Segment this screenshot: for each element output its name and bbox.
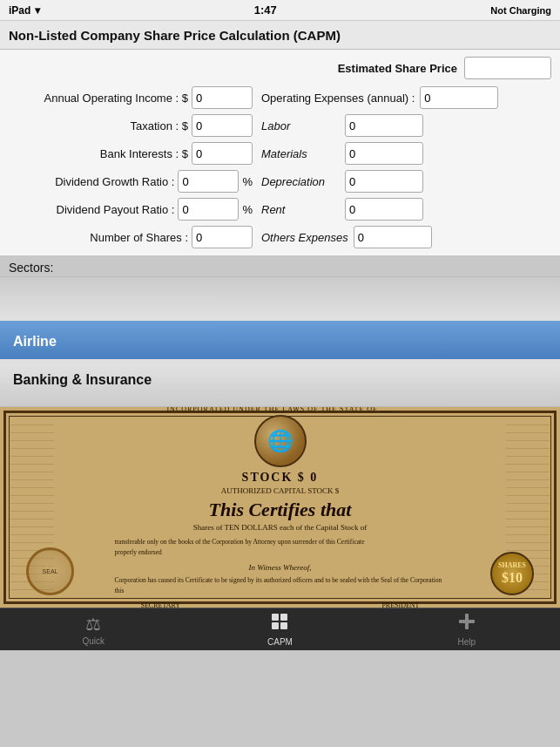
picker-item-banking[interactable]: Banking & Insurance <box>0 361 560 399</box>
dividend-payout-ratio-input[interactable] <box>178 198 239 221</box>
dividend-payout-ratio-label: Dividend Payout Ratio : <box>57 203 175 216</box>
operating-expenses-input[interactable] <box>420 86 498 109</box>
estimated-share-price-label: Estimated Share Price <box>338 62 457 75</box>
labor-input[interactable] <box>345 114 423 137</box>
dividend-growth-ratio-pct: % <box>242 175 253 188</box>
cert-witness: In Witness Whereof, <box>115 563 446 572</box>
tab-bar: ⚖ Quick CAPM Help <box>0 608 560 650</box>
right-column: Operating Expenses (annual) : Labor Mate… <box>261 86 551 248</box>
taxation-input[interactable] <box>192 114 253 137</box>
others-expenses-row: Others Expenses <box>261 226 551 248</box>
quick-label: Quick <box>82 636 105 646</box>
estimated-share-price-input[interactable] <box>464 57 551 79</box>
annual-operating-income-row: Annual Operating Income : $ <box>9 86 253 109</box>
ipad-label: iPad <box>9 4 30 17</box>
tab-capm[interactable]: CAPM <box>186 608 373 650</box>
labor-row: Labor <box>261 114 551 137</box>
status-right: Not Charging <box>490 5 551 16</box>
depreciation-row: Depreciation <box>261 170 551 193</box>
cert-content: INCORPORATED UNDER THE LAWS OF THE STATE… <box>115 407 446 608</box>
bank-interests-label: Bank Interests : $ <box>100 147 188 160</box>
cert-witness-body: Corporation has caused its Certificate t… <box>115 575 446 596</box>
tab-help[interactable]: Help <box>374 608 560 650</box>
rent-input[interactable] <box>345 198 423 221</box>
cert-signatures: SECRETARY PRESIDENT <box>115 601 446 608</box>
svg-rect-1 <box>280 614 287 621</box>
number-of-shares-label: Number of Shares : <box>90 231 188 244</box>
status-time: 1:47 <box>254 3 277 17</box>
bank-interests-row: Bank Interests : $ <box>9 142 253 165</box>
svg-rect-5 <box>459 620 475 623</box>
status-left: iPad ▾ <box>9 4 40 17</box>
rent-row: Rent <box>261 198 551 221</box>
help-icon <box>457 612 476 635</box>
picker-item-airline[interactable]: Airline <box>0 323 560 361</box>
others-expenses-input[interactable] <box>354 226 432 248</box>
cert-incorporated-text: INCORPORATED UNDER THE LAWS OF THE STATE… <box>115 407 446 413</box>
tab-quick[interactable]: ⚖ Quick <box>0 608 186 650</box>
picker-item-empty[interactable] <box>0 284 560 323</box>
dividend-growth-ratio-label: Dividend Growth Ratio : <box>55 175 174 188</box>
number-of-shares-input[interactable] <box>192 226 253 248</box>
others-expenses-label: Others Expenses <box>261 231 348 244</box>
cert-shares-badge: SHARES $10 <box>490 552 534 595</box>
capm-icon <box>270 612 289 635</box>
picker-items-list: Airline Banking & Insurance Communicatio… <box>0 277 560 407</box>
cert-body-text1: transferable only on the books of the Co… <box>115 537 446 558</box>
annual-operating-income-input[interactable] <box>192 86 253 109</box>
cert-seal: SEAL <box>26 547 74 595</box>
cert-shares-line: Shares of TEN DOLLARS each of the Capita… <box>115 523 446 532</box>
dividend-payout-ratio-row: Dividend Payout Ratio : % <box>9 198 253 221</box>
depreciation-label: Depreciation <box>261 175 340 188</box>
cert-this-certifies: This Certifies that <box>115 499 446 521</box>
rent-label: Rent <box>261 203 340 216</box>
taxation-row: Taxation : $ <box>9 114 253 137</box>
sectors-label: Sectors: <box>0 255 560 276</box>
number-of-shares-row: Number of Shares : <box>9 226 253 248</box>
materials-row: Materials <box>261 142 551 165</box>
materials-label: Materials <box>261 147 340 160</box>
stock-certificate: INCORPORATED UNDER THE LAWS OF THE STATE… <box>0 407 560 608</box>
help-label: Help <box>458 637 476 647</box>
operating-expenses-row: Operating Expenses (annual) : <box>261 86 551 109</box>
quick-icon: ⚖ <box>85 614 101 635</box>
svg-rect-3 <box>280 622 287 629</box>
dividend-growth-ratio-input[interactable] <box>178 170 239 193</box>
bank-interests-input[interactable] <box>192 142 253 165</box>
status-bar: iPad ▾ 1:47 Not Charging <box>0 0 560 21</box>
picker-item-communications[interactable]: Communications <box>0 399 560 407</box>
wifi-icon: ▾ <box>35 4 40 17</box>
materials-input[interactable] <box>345 142 423 165</box>
page-title: Non-Listed Company Share Price Calculati… <box>9 28 341 43</box>
left-column: Annual Operating Income : $ Taxation : $… <box>9 86 261 248</box>
operating-expenses-label: Operating Expenses (annual) : <box>261 92 415 105</box>
sectors-picker[interactable]: Airline Banking & Insurance Communicatio… <box>0 276 560 407</box>
svg-rect-2 <box>272 622 279 629</box>
cert-globe-icon: 🌐 <box>254 415 307 467</box>
cert-stock-line: STOCK $ 0 <box>115 471 446 485</box>
cert-authorized-text: AUTHORIZED CAPITAL STOCK $ <box>115 486 446 495</box>
depreciation-input[interactable] <box>345 170 423 193</box>
labor-label: Labor <box>261 119 340 132</box>
capm-label: CAPM <box>267 637 293 647</box>
svg-rect-0 <box>272 614 279 621</box>
two-col-form: Annual Operating Income : $ Taxation : $… <box>9 86 551 248</box>
dividend-growth-ratio-row: Dividend Growth Ratio : % <box>9 170 253 193</box>
cert-shares-top: SHARES <box>498 562 526 570</box>
cert-secretary: SECRETARY <box>141 601 181 608</box>
cert-president: PRESIDENT <box>381 601 419 608</box>
cert-shares-value: $10 <box>498 570 526 586</box>
taxation-label: Taxation : $ <box>131 119 189 132</box>
title-bar: Non-Listed Company Share Price Calculati… <box>0 21 560 50</box>
estimated-share-price-row: Estimated Share Price <box>9 57 551 79</box>
form-area: Estimated Share Price Annual Operating I… <box>0 50 560 255</box>
dividend-payout-ratio-pct: % <box>242 203 253 216</box>
annual-operating-income-label: Annual Operating Income : $ <box>44 92 189 105</box>
